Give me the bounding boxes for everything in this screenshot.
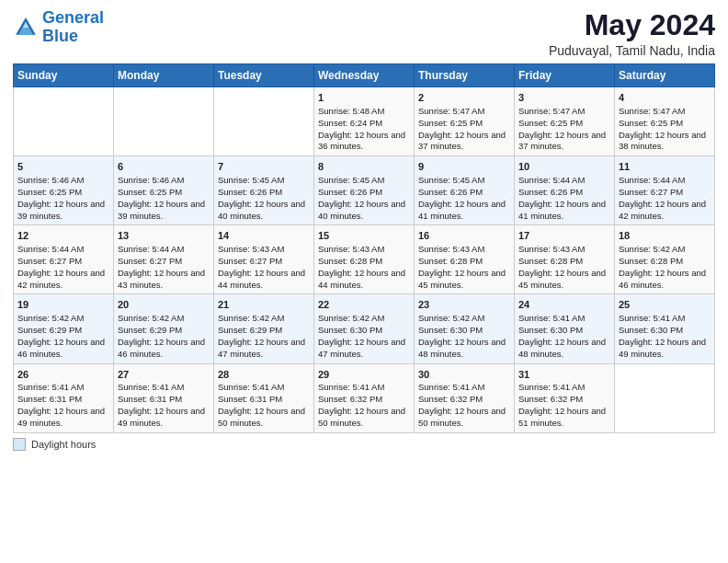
calendar-cell: 9Sunrise: 5:45 AMSunset: 6:26 PMDaylight… [415,156,515,225]
sunrise-text: Sunrise: 5:42 AM [318,313,384,323]
sunrise-text: Sunrise: 5:43 AM [518,244,585,254]
col-header-monday: Monday [114,64,214,87]
day-number: 7 [218,160,310,174]
calendar-cell [114,87,214,156]
sunrise-text: Sunrise: 5:44 AM [118,244,184,254]
day-number: 9 [418,160,510,174]
sunrise-text: Sunrise: 5:47 AM [418,106,484,116]
sunset-text: Sunset: 6:25 PM [418,118,483,128]
week-row-1: 1Sunrise: 5:48 AMSunset: 6:24 PMDaylight… [14,87,715,156]
day-number: 18 [619,229,711,243]
sunrise-text: Sunrise: 5:41 AM [418,382,484,392]
day-number: 3 [518,91,610,105]
sunset-text: Sunset: 6:26 PM [418,187,483,197]
daylight-legend-label: Daylight hours [31,439,96,450]
sunrise-text: Sunrise: 5:47 AM [518,106,585,116]
day-number: 2 [418,91,510,105]
col-header-saturday: Saturday [615,64,715,87]
sunrise-text: Sunrise: 5:43 AM [418,244,484,254]
sunset-text: Sunset: 6:27 PM [118,256,182,266]
day-number: 25 [619,298,711,312]
day-number: 21 [218,298,310,312]
day-number: 31 [518,368,610,382]
calendar-cell: 26Sunrise: 5:41 AMSunset: 6:31 PMDayligh… [14,363,114,432]
day-number: 24 [518,298,610,312]
calendar-cell: 11Sunrise: 5:44 AMSunset: 6:27 PMDayligh… [615,156,715,225]
day-number: 28 [218,368,310,382]
sunrise-text: Sunrise: 5:47 AM [619,106,685,116]
daylight-text: Daylight: 12 hours and 42 minutes. [17,268,105,290]
calendar-cell: 6Sunrise: 5:46 AMSunset: 6:25 PMDaylight… [114,156,214,225]
main-title: May 2024 [549,9,715,41]
calendar-cell [214,87,314,156]
calendar-cell: 17Sunrise: 5:43 AMSunset: 6:28 PMDayligh… [515,225,615,294]
footer: Daylight hours [13,438,715,451]
title-block: May 2024 Puduvayal, Tamil Nadu, India [549,9,715,58]
week-row-4: 19Sunrise: 5:42 AMSunset: 6:29 PMDayligh… [14,294,715,363]
sunset-text: Sunset: 6:31 PM [118,394,182,404]
sunrise-text: Sunrise: 5:42 AM [118,313,184,323]
calendar-cell: 14Sunrise: 5:43 AMSunset: 6:27 PMDayligh… [214,225,314,294]
sunrise-text: Sunrise: 5:48 AM [318,106,384,116]
sunrise-text: Sunrise: 5:42 AM [418,313,484,323]
day-number: 19 [17,298,109,312]
sunrise-text: Sunrise: 5:45 AM [318,175,384,185]
calendar-cell: 29Sunrise: 5:41 AMSunset: 6:32 PMDayligh… [314,363,415,432]
sunset-text: Sunset: 6:30 PM [619,325,683,335]
calendar-cell: 2Sunrise: 5:47 AMSunset: 6:25 PMDaylight… [415,87,515,156]
daylight-text: Daylight: 12 hours and 40 minutes. [318,199,405,221]
day-number: 29 [318,368,410,382]
col-header-tuesday: Tuesday [214,64,314,87]
daylight-text: Daylight: 12 hours and 43 minutes. [118,268,205,290]
calendar-cell: 13Sunrise: 5:44 AMSunset: 6:27 PMDayligh… [114,225,214,294]
sunset-text: Sunset: 6:28 PM [418,256,483,266]
sunrise-text: Sunrise: 5:45 AM [418,175,484,185]
day-number: 13 [118,229,210,243]
calendar-cell: 10Sunrise: 5:44 AMSunset: 6:26 PMDayligh… [515,156,615,225]
calendar-cell: 7Sunrise: 5:45 AMSunset: 6:26 PMDaylight… [214,156,314,225]
day-number: 10 [518,160,610,174]
sunrise-text: Sunrise: 5:45 AM [218,175,284,185]
sunrise-text: Sunrise: 5:46 AM [118,175,184,185]
daylight-text: Daylight: 12 hours and 45 minutes. [518,268,606,290]
week-row-3: 12Sunrise: 5:44 AMSunset: 6:27 PMDayligh… [14,225,715,294]
daylight-text: Daylight: 12 hours and 39 minutes. [17,199,105,221]
daylight-text: Daylight: 12 hours and 41 minutes. [518,199,606,221]
col-header-friday: Friday [515,64,615,87]
sunset-text: Sunset: 6:29 PM [218,325,282,335]
calendar-cell: 8Sunrise: 5:45 AMSunset: 6:26 PMDaylight… [314,156,415,225]
calendar-cell: 19Sunrise: 5:42 AMSunset: 6:29 PMDayligh… [14,294,114,363]
sunset-text: Sunset: 6:29 PM [17,325,82,335]
day-number: 8 [318,160,410,174]
sunset-text: Sunset: 6:25 PM [17,187,82,197]
sunrise-text: Sunrise: 5:41 AM [518,382,585,392]
daylight-text: Daylight: 12 hours and 49 minutes. [17,406,105,428]
sunrise-text: Sunrise: 5:42 AM [17,313,84,323]
col-header-sunday: Sunday [14,64,114,87]
day-number: 16 [418,229,510,243]
sunrise-text: Sunrise: 5:41 AM [17,382,84,392]
daylight-text: Daylight: 12 hours and 38 minutes. [619,130,706,152]
day-number: 1 [318,91,410,105]
sunrise-text: Sunrise: 5:43 AM [218,244,284,254]
calendar-cell: 24Sunrise: 5:41 AMSunset: 6:30 PMDayligh… [515,294,615,363]
logo-icon [13,15,39,40]
sunrise-text: Sunrise: 5:42 AM [619,244,685,254]
sunset-text: Sunset: 6:25 PM [118,187,182,197]
sunset-text: Sunset: 6:24 PM [318,118,382,128]
daylight-text: Daylight: 12 hours and 50 minutes. [218,406,305,428]
daylight-text: Daylight: 12 hours and 44 minutes. [218,268,305,290]
calendar-cell: 5Sunrise: 5:46 AMSunset: 6:25 PMDaylight… [14,156,114,225]
day-number: 6 [118,160,210,174]
day-number: 14 [218,229,310,243]
sunrise-text: Sunrise: 5:44 AM [619,175,685,185]
daylight-text: Daylight: 12 hours and 39 minutes. [118,199,205,221]
day-number: 30 [418,368,510,382]
sunset-text: Sunset: 6:32 PM [518,394,583,404]
daylight-text: Daylight: 12 hours and 46 minutes. [619,268,706,290]
calendar-cell: 23Sunrise: 5:42 AMSunset: 6:30 PMDayligh… [415,294,515,363]
sunrise-text: Sunrise: 5:41 AM [118,382,184,392]
daylight-legend-box [13,438,26,451]
day-number: 11 [619,160,711,174]
sunrise-text: Sunrise: 5:43 AM [318,244,384,254]
